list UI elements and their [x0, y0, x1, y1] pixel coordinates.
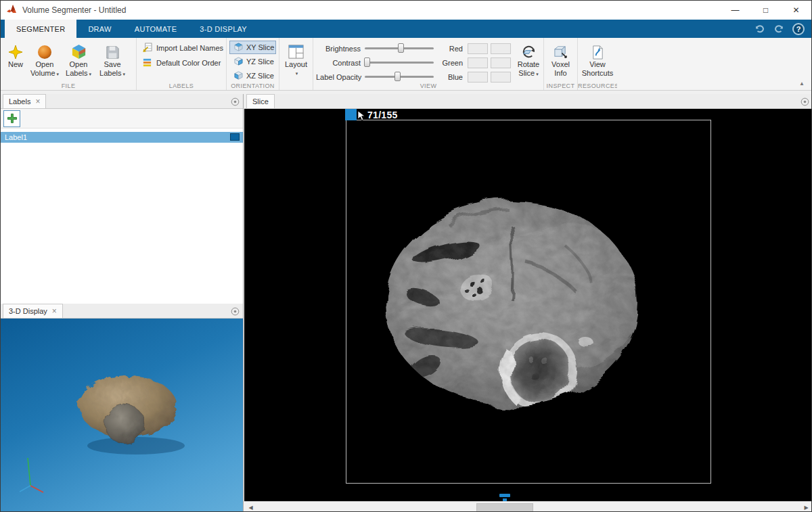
tab-draw[interactable]: DRAW [76, 20, 122, 38]
undo-icon [754, 24, 764, 33]
labels-panel-tab[interactable]: Labels × [3, 94, 46, 108]
layout-button[interactable]: Layout ▾ [282, 39, 310, 81]
new-icon [7, 40, 24, 60]
slice-tabbar: Slice [244, 94, 812, 109]
display-3d-tabbar: 3-D Display × [1, 304, 243, 319]
close-button[interactable]: ✕ [781, 1, 811, 20]
contrast-slider-thumb[interactable] [364, 57, 370, 67]
red-label: Red [439, 45, 465, 53]
view-section-label: VIEW [313, 83, 543, 89]
scroll-right-button[interactable]: ▶ [801, 503, 811, 512]
file-section-label: FILE [1, 83, 136, 89]
display-3d-tab[interactable]: 3-D Display × [3, 304, 63, 318]
view-shortcuts-button[interactable]: View Shortcuts [581, 39, 614, 81]
dropdown-arrow-icon: ▾ [122, 72, 125, 76]
help-button[interactable]: ? [792, 23, 805, 35]
red-field-2[interactable] [491, 43, 511, 54]
xz-slice-icon [234, 71, 243, 81]
label-opacity-slider[interactable] [365, 72, 434, 82]
chevron-up-icon: ▲ [799, 80, 805, 87]
close-tab-icon[interactable]: × [52, 307, 57, 315]
blue-label: Blue [439, 73, 465, 81]
help-icon: ? [796, 25, 801, 33]
panel-pin-icon[interactable] [231, 306, 240, 319]
default-color-order-button[interactable]: Default Color Order [139, 55, 223, 70]
cursor-pin-icon [357, 110, 366, 124]
slice-panel: Slice [244, 94, 812, 512]
minimize-button[interactable]: — [720, 1, 750, 20]
plus-icon [7, 113, 18, 124]
xy-slice-toggle[interactable]: XY Slice [229, 41, 276, 54]
ribbon-group-inspect: Voxel Info INSPECT [544, 38, 578, 90]
slice-tab[interactable]: Slice [246, 94, 275, 108]
tab-automate[interactable]: AUTOMATE [123, 20, 189, 38]
rotate-slice-button[interactable]: Rotate Slice▾ [516, 39, 541, 81]
redo-icon [775, 24, 785, 33]
horizontal-scrollbar[interactable]: ◀ ▶ [244, 501, 812, 512]
blue-field-1[interactable] [468, 72, 488, 83]
add-label-button[interactable] [3, 110, 20, 127]
collapse-ribbon-button[interactable]: ▲ [796, 79, 807, 87]
slice-slider-handle[interactable] [345, 109, 357, 120]
blue-field-2[interactable] [491, 72, 511, 83]
slice-viewer[interactable]: 71/155 [244, 109, 812, 501]
open-volume-icon [37, 40, 53, 60]
green-field-2[interactable] [491, 57, 511, 68]
ribbon-group-orientation: XY Slice YZ Slice XZ Slice ORIENTATION [227, 38, 279, 90]
green-label: Green [439, 59, 465, 67]
inspect-section-label: INSPECT [544, 83, 577, 89]
axis-triad-icon [20, 458, 43, 492]
labels-panel: Labels × Label1 [1, 94, 244, 304]
scrollbar-thumb[interactable] [476, 503, 533, 512]
volume-3d-render [1, 319, 243, 512]
brightness-slider-thumb[interactable] [398, 43, 404, 53]
default-color-order-icon [142, 57, 152, 69]
close-tab-icon[interactable]: × [35, 97, 40, 106]
panel-pin-icon[interactable] [800, 97, 809, 109]
maximize-button[interactable]: □ [750, 1, 781, 20]
orientation-section-label: ORIENTATION [227, 83, 279, 89]
slice-number-indicator: 71/155 [367, 110, 398, 120]
brightness-slider[interactable] [365, 43, 434, 53]
volume-3d-view[interactable] [1, 319, 243, 512]
yz-slice-icon [234, 57, 243, 67]
arrow-left-icon: ◀ [248, 505, 252, 511]
tab-3d-display[interactable]: 3-D DISPLAY [188, 20, 258, 38]
save-labels-button[interactable]: Save Labels▾ [95, 39, 129, 81]
tab-segmenter[interactable]: SEGMENTER [5, 20, 76, 38]
redo-button[interactable] [771, 22, 788, 36]
voxel-info-button[interactable]: Voxel Info [547, 39, 574, 81]
window-controls: — □ ✕ [720, 1, 811, 20]
ribbon: New Open Volume▾ Open Labels▾ [1, 38, 811, 91]
ribbon-group-labels: Import Label Names Default Color Order L… [137, 38, 227, 90]
mri-slice-image [244, 109, 812, 501]
open-volume-button[interactable]: Open Volume▾ [28, 39, 62, 81]
label-list-item[interactable]: Label1 [1, 132, 243, 143]
ribbon-group-file: New Open Volume▾ Open Labels▾ [1, 38, 137, 90]
yz-slice-toggle[interactable]: YZ Slice [229, 55, 276, 68]
label-list: Label1 [1, 132, 243, 143]
new-button[interactable]: New [3, 39, 28, 81]
view-shortcuts-icon [590, 40, 606, 60]
import-label-names-button[interactable]: Import Label Names [139, 41, 223, 55]
panel-pin-icon[interactable] [231, 97, 240, 109]
slice-scrubber[interactable] [499, 494, 510, 497]
labels-toolbar [1, 109, 243, 129]
green-field-1[interactable] [468, 57, 488, 68]
maximize-icon: □ [763, 5, 768, 15]
scroll-left-button[interactable]: ◀ [246, 503, 256, 512]
contrast-slider[interactable] [365, 57, 434, 68]
label-color-chip[interactable] [230, 133, 240, 141]
undo-button[interactable] [750, 22, 767, 36]
open-labels-button[interactable]: Open Labels▾ [62, 39, 95, 81]
display-3d-panel: 3-D Display × [1, 304, 244, 512]
xz-slice-toggle[interactable]: XZ Slice [229, 69, 276, 83]
import-label-names-icon [142, 43, 152, 54]
dropdown-arrow-icon: ▾ [57, 72, 60, 76]
layout-icon [288, 40, 304, 60]
red-field-1[interactable] [468, 43, 488, 54]
label-opacity-slider-thumb[interactable] [394, 72, 401, 81]
minimize-icon: — [731, 5, 740, 15]
window-title: Volume Segmenter - Untitled [22, 5, 126, 15]
ribbon-group-view: Brightness Contrast Label Opacity Red [313, 38, 544, 90]
